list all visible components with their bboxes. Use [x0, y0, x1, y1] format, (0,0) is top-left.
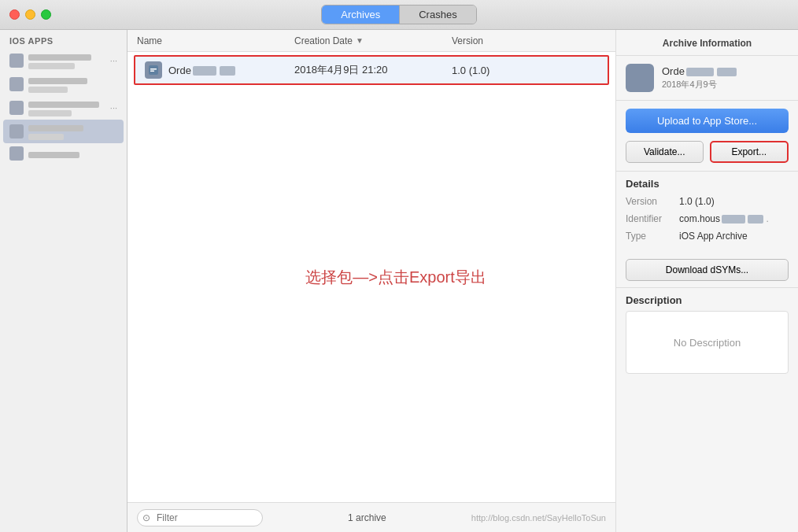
url-text: http://blog.csdn.net/SayHelloToSun: [471, 513, 606, 523]
action-buttons: Validate... Export...: [616, 141, 798, 171]
archive-row-date: 2018年4月9日 21:20: [294, 63, 452, 77]
details-title: Details: [626, 178, 789, 190]
sort-arrow-icon: ▼: [356, 36, 364, 45]
tab-archives[interactable]: Archives: [322, 6, 400, 24]
download-dsyms-button[interactable]: Download dSYMs...: [626, 259, 789, 281]
app-name-blur-1: [28, 54, 91, 61]
filter-input[interactable]: [137, 509, 263, 526]
sidebar-section-title: iOS Apps: [0, 30, 127, 49]
archive-row-icon: [145, 61, 162, 79]
maximize-button[interactable]: [41, 9, 51, 20]
description-title: Description: [626, 294, 789, 306]
detail-identifier-label: Identifier: [626, 212, 679, 226]
description-placeholder: No Description: [674, 337, 741, 349]
col-date-label: Creation Date: [294, 35, 353, 46]
detail-version-row: Version 1.0 (1.0): [626, 194, 789, 209]
app-sub-blur-3: [28, 110, 72, 116]
detail-type-row: Type iOS App Archive: [626, 229, 789, 243]
panel-title: Archive Information: [616, 30, 798, 56]
app-icon-2: [9, 77, 24, 91]
detail-type-label: Type: [626, 229, 679, 243]
minimize-button[interactable]: [25, 9, 35, 20]
col-header-version: Version: [452, 35, 483, 46]
table-header: Name Creation Date ▼ Version: [127, 30, 615, 52]
traffic-lights: [9, 9, 51, 20]
svg-rect-0: [149, 65, 158, 75]
table-body: Orde 2018年4月9日 21:20 1.0 (1.0) 选择包—>点击Ex…: [127, 52, 615, 502]
sidebar-item-2[interactable]: [3, 72, 124, 96]
sidebar-item-4[interactable]: [3, 120, 124, 143]
sidebar-ellipsis-3: ···: [110, 103, 117, 113]
app-name-blur-2: [28, 78, 87, 84]
filter-icon: ⊙: [142, 512, 150, 523]
description-box: No Description: [626, 311, 789, 374]
bottom-bar: ⊙ 1 archive http://blog.csdn.net/SayHell…: [127, 502, 615, 532]
table-row[interactable]: Orde 2018年4月9日 21:20 1.0 (1.0): [134, 55, 609, 85]
detail-type-value: iOS App Archive: [679, 229, 789, 243]
archive-count: 1 archive: [348, 512, 386, 523]
archive-name-text: Orde: [662, 65, 789, 77]
titlebar: Archives Crashes: [0, 0, 798, 30]
archive-row-name: Orde: [168, 65, 294, 76]
app-icon-1: [9, 54, 24, 68]
right-panel: Archive Information Orde 2018年4月9号 Uploa…: [615, 30, 798, 532]
app-icon-3: [9, 101, 24, 115]
sidebar-item-5[interactable]: [3, 143, 124, 164]
detail-version-value: 1.0 (1.0): [679, 194, 789, 209]
col-header-name: Name: [137, 35, 294, 46]
app-name-blur-4: [28, 125, 83, 131]
close-button[interactable]: [9, 9, 20, 20]
sidebar-ellipsis-1: ···: [110, 56, 117, 65]
app-icon-5: [9, 146, 24, 161]
sidebar: iOS Apps ··· ···: [0, 30, 127, 532]
export-button[interactable]: Export...: [710, 141, 789, 163]
detail-identifier-value: com.hous .: [679, 212, 789, 226]
col-header-date[interactable]: Creation Date ▼: [294, 35, 452, 46]
filter-wrapper: ⊙: [137, 509, 263, 526]
app-name-blur-5: [28, 152, 79, 158]
svg-rect-2: [150, 71, 154, 72]
app-sub-blur-2: [28, 87, 68, 93]
archive-date: 2018年4月9号: [662, 79, 789, 91]
app-name-blur-3: [28, 102, 99, 108]
archive-info-header: Orde 2018年4月9号: [616, 56, 798, 101]
svg-rect-1: [150, 68, 157, 70]
tab-group: Archives Crashes: [321, 5, 476, 24]
content-area: Name Creation Date ▼ Version Orde: [127, 30, 615, 532]
main-layout: iOS Apps ··· ···: [0, 30, 798, 532]
app-sub-blur-1: [28, 63, 75, 69]
tab-crashes[interactable]: Crashes: [400, 6, 475, 24]
details-section: Details Version 1.0 (1.0) Identifier com…: [616, 171, 798, 253]
app-sub-blur-4: [28, 134, 64, 140]
sidebar-item-3[interactable]: ···: [3, 96, 124, 120]
archive-thumbnail: [626, 64, 654, 92]
app-icon-4: [9, 124, 24, 139]
detail-version-label: Version: [626, 194, 679, 209]
validate-button[interactable]: Validate...: [626, 141, 704, 163]
description-section: Description No Description: [616, 287, 798, 380]
detail-identifier-row: Identifier com.hous .: [626, 212, 789, 226]
archive-row-version: 1.0 (1.0): [452, 65, 490, 76]
upload-to-appstore-button[interactable]: Upload to App Store...: [626, 109, 789, 133]
sidebar-item-1[interactable]: ···: [3, 49, 124, 72]
watermark-text: 选择包—>点击Export导出: [305, 267, 486, 288]
